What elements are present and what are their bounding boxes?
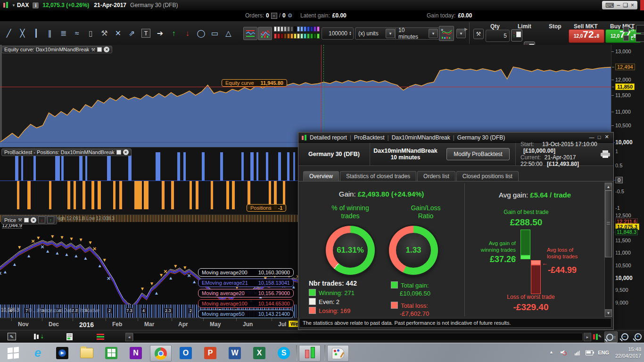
positions-close-icon[interactable]: × [123, 149, 129, 155]
tab-overview[interactable]: Overview [303, 171, 339, 181]
price-settings-wrench-icon[interactable]: ⚒ [18, 217, 22, 222]
price-close-icon[interactable]: × [31, 217, 36, 223]
price-maximize-icon[interactable] [24, 218, 29, 222]
color-swatch[interactable] [307, 33, 310, 39]
equity-panel-tab[interactable]: Equity curve: Dax10minMNandBreak ⚒ × [1, 46, 112, 53]
report-maximize-icon[interactable]: □ [595, 134, 603, 140]
l-qty-input[interactable]: 10 [636, 34, 644, 42]
taskbar-media-player-icon[interactable]: ▶ [52, 345, 73, 361]
positions-maximize-icon[interactable] [116, 150, 121, 155]
color-swatch[interactable] [274, 33, 277, 39]
taskbar-onenote-icon[interactable]: N [125, 345, 146, 361]
delete-drawing-icon[interactable]: ▯ [84, 24, 98, 43]
chevron-down-icon[interactable]: ▼ [12, 3, 16, 8]
horizontal-scrollbar[interactable] [133, 333, 583, 341]
report-minimize-icon[interactable]: — [588, 134, 595, 140]
taskbar-windows-store-icon[interactable] [101, 345, 122, 361]
taskbar-start-icon[interactable] [3, 345, 24, 361]
scrollbar-thumb[interactable] [605, 190, 612, 257]
zoom-in-icon[interactable]: + [632, 331, 644, 342]
small-segment-tool-icon[interactable]: ✕ [111, 24, 125, 43]
chart-mode-line-button[interactable] [243, 27, 257, 40]
qty-input-value[interactable]: 5 [504, 33, 507, 39]
scroll-right-icon[interactable]: ▸ [584, 333, 591, 341]
rectangle-tool-icon[interactable]: ▭ [208, 24, 222, 43]
color-swatch[interactable] [314, 26, 316, 32]
detailed-report-window[interactable]: Detailed report|ProBacktest|Dax10minMNan… [298, 132, 614, 330]
taskbar-file-explorer-icon[interactable] [76, 345, 97, 361]
arrow-line-tool-icon[interactable]: ⇗ [125, 24, 139, 43]
instrument-list-icon[interactable]: ⇣ [34, 332, 44, 341]
edit-candle-icon[interactable]: ✎ [592, 332, 603, 341]
price-panel-tab[interactable]: Price ⚒ × ↓ ↑ [1, 215, 57, 224]
taskbar-paint-icon[interactable] [327, 345, 349, 362]
arrow-right-tool-icon[interactable]: ➔ [153, 24, 167, 43]
color-swatch[interactable] [310, 26, 313, 32]
trade-settings-wrench-icon[interactable]: ⚒ [473, 29, 484, 39]
scroll-down-icon[interactable]: ▼ [605, 309, 612, 317]
arrow-up-tool-icon[interactable]: ↑ [167, 24, 181, 43]
trading-report-icon[interactable] [64, 332, 74, 341]
qty-input[interactable]: 5 [486, 30, 510, 42]
color-swatch[interactable] [304, 33, 306, 39]
timeframe-dropdown-arrow-icon[interactable]: ▼ [429, 29, 438, 38]
parallel-lines-tool-icon[interactable]: ∥ [43, 24, 57, 43]
chart-style-button[interactable]: + [439, 26, 454, 41]
color-swatch[interactable] [300, 26, 303, 32]
tab-orders-list[interactable]: Orders list [417, 171, 455, 181]
tray-expand-icon[interactable]: ▲ [549, 350, 553, 354]
color-swatch[interactable] [304, 26, 306, 32]
tab-statistics-of-closed-trades[interactable]: Statistics of closed trades [340, 171, 416, 181]
orders-settings-gear-icon[interactable]: ⚙ [288, 12, 293, 19]
report-close-icon[interactable]: ✕ [603, 134, 611, 140]
tab-closed-positions-list[interactable]: Closed positions list [456, 171, 519, 181]
color-swatch[interactable] [277, 33, 280, 39]
stepper-arrows-icon[interactable]: ▲▼ [349, 31, 352, 36]
color-swatch[interactable] [294, 26, 297, 32]
zigzag-tool-icon[interactable]: ≈ [70, 24, 84, 43]
color-swatch[interactable] [300, 33, 303, 39]
publish-icon[interactable]: ✎ [7, 332, 17, 341]
color-swatch[interactable] [274, 26, 277, 32]
price-sell-marker-icon[interactable]: ↓ [38, 216, 45, 223]
color-swatch[interactable] [290, 33, 293, 39]
network-signal-icon[interactable] [575, 351, 580, 355]
chart-mode-candles-button[interactable] [258, 27, 272, 40]
scroll-up-icon[interactable]: ▲ [605, 183, 612, 190]
quantity-stepper[interactable]: 100000 ▲▼ [322, 27, 354, 40]
color-swatch[interactable] [287, 26, 290, 32]
volume-muted-icon[interactable] [561, 349, 567, 355]
toolbar-expand-arrow-icon[interactable]: ▸ [464, 25, 468, 33]
price-buy-marker-icon[interactable]: ↑ [47, 216, 54, 223]
color-swatch[interactable] [297, 26, 300, 32]
crossline-tool-icon[interactable]: ╳ [16, 24, 29, 43]
color-swatch[interactable] [294, 33, 297, 39]
color-swatch[interactable] [287, 33, 290, 39]
battery-icon[interactable] [586, 350, 593, 355]
positions-panel-tab[interactable]: ProBacktest - Positions: Dax10minMNandBr… [1, 148, 132, 156]
color-swatch[interactable] [307, 26, 310, 32]
orders-panel-icon[interactable] [95, 332, 106, 341]
equity-close-icon[interactable]: × [104, 47, 109, 52]
color-swatch[interactable] [297, 33, 300, 39]
line-tool-icon[interactable]: ╱ [2, 24, 16, 43]
equity-settings-wrench-icon[interactable]: ⚒ [91, 47, 95, 52]
symbol-label[interactable]: DAX [17, 2, 29, 8]
cancel-orders-icon[interactable]: × [271, 13, 277, 19]
color-swatch[interactable] [314, 33, 316, 39]
drawing-settings-icon[interactable]: ⚒ [98, 24, 111, 43]
units-select[interactable]: (x) units ▼ [355, 27, 396, 40]
fibonacci-tool-icon[interactable]: ≣ [57, 24, 70, 43]
color-swatch[interactable] [284, 26, 287, 32]
s-qty-input[interactable]: 10 [636, 25, 644, 33]
taskbar-chrome-icon[interactable] [150, 345, 172, 362]
printer-icon[interactable] [601, 150, 610, 158]
color-swatch[interactable] [310, 33, 313, 39]
color-swatch[interactable] [317, 33, 320, 39]
color-swatch[interactable] [281, 26, 283, 32]
color-swatch[interactable] [277, 26, 280, 32]
color-swatch[interactable] [290, 26, 293, 32]
taskbar-prorealtime-icon[interactable] [299, 345, 321, 362]
taskbar-internet-explorer-icon[interactable]: e [27, 345, 48, 361]
units-dropdown-arrow-icon[interactable]: ▼ [386, 29, 395, 38]
